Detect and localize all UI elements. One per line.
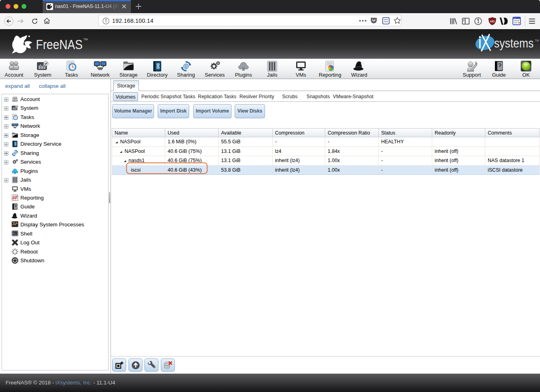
svg-text:>_: >_ — [13, 232, 16, 235]
svg-text:systems: systems — [494, 36, 534, 50]
svg-text:TM: TM — [83, 38, 88, 41]
svg-text:UO: UO — [490, 20, 495, 23]
svg-text:TM: TM — [535, 39, 539, 42]
svg-text:FreeNAS: FreeNAS — [36, 37, 83, 52]
